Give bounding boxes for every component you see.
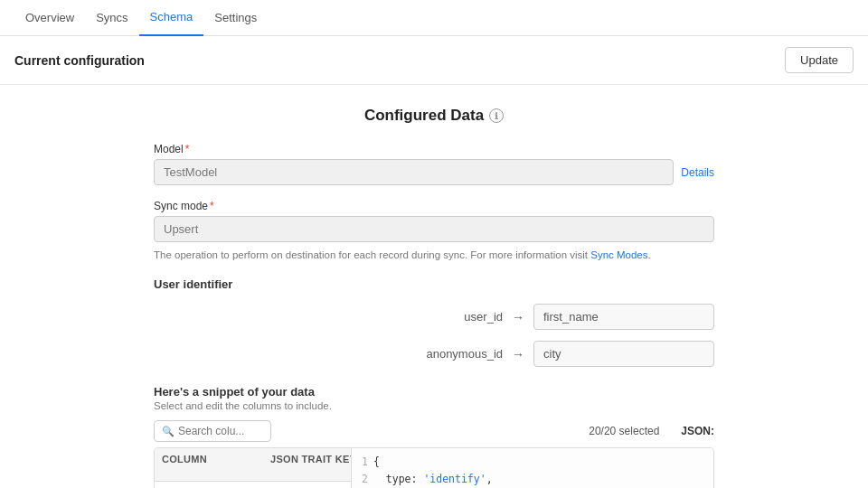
table-cell-jsonkey-0: administrative_unit [263,482,352,488]
table-section: COLUMN JSON TRAIT KEY SAMPLE DATA admini… [155,448,352,488]
user-identifier-title: User identifier [154,277,714,291]
identifier-target-1[interactable] [533,341,714,367]
identifier-target-0[interactable] [533,304,714,330]
nav-overview[interactable]: Overview [14,0,85,36]
table-cell-column-0: administrative_unit [155,482,263,488]
sync-mode-input[interactable] [154,216,714,242]
json-line-2: 2 type: 'identify', [352,471,713,487]
details-link[interactable]: Details [681,166,714,179]
json-line-1: 1 { [352,454,713,470]
sync-description: The operation to perform on destination … [154,248,714,263]
model-label: Model* [154,143,714,155]
sync-modes-link[interactable]: Sync Modes [590,249,647,260]
table-header: COLUMN JSON TRAIT KEY SAMPLE DATA [155,448,351,482]
search-box: 🔍 [154,420,271,442]
col-header-column: COLUMN [155,448,263,481]
model-field-row: Details [154,159,714,185]
json-preview: 1 { 2 type: 'identify', 3 user_id: 'Mich… [352,448,713,488]
arrow-icon-1: → [512,347,524,361]
identifier-row-0: user_id → [154,304,714,330]
nav-schema[interactable]: Schema [139,0,204,36]
identifier-source-1: anonymous_id [426,347,503,361]
model-field-group: Model* Details [154,143,714,185]
user-identifier-section: User identifier user_id → anonymous_id → [154,277,714,367]
sync-mode-field-group: Sync mode* The operation to perform on d… [154,200,714,263]
section-title: Configured Data ℹ [154,107,714,125]
search-input[interactable] [178,425,263,437]
nav-settings[interactable]: Settings [203,0,268,36]
sync-mode-label: Sync mode* [154,200,714,212]
identifier-source-0: user_id [464,310,503,324]
json-label: JSON: [681,425,714,437]
table-row: administrative_unit administrative_unit … [155,482,351,488]
snippet-section: Here's a snippet of your data Select and… [154,385,714,488]
col-header-json-key: JSON TRAIT KEY [263,448,352,481]
info-icon[interactable]: ℹ [489,108,504,123]
nav-syncs[interactable]: Syncs [85,0,138,36]
main-content: Configured Data ℹ Model* Details Sync mo… [0,85,868,488]
top-navigation: Overview Syncs Schema Settings [0,0,868,36]
search-icon: 🔍 [162,426,175,437]
page-title: Current configuration [14,53,145,68]
data-panel: COLUMN JSON TRAIT KEY SAMPLE DATA admini… [154,447,714,488]
model-input[interactable] [154,159,674,185]
arrow-icon-0: → [512,310,524,324]
snippet-subtitle: Select and edit the columns to include. [154,400,714,411]
configured-data-label: Configured Data [364,107,484,125]
toolbar: 🔍 20/20 selected JSON: [154,420,714,442]
page-header: Current configuration Update [0,36,868,85]
snippet-title: Here's a snippet of your data [154,385,714,399]
update-button[interactable]: Update [785,47,854,73]
identifier-row-1: anonymous_id → [154,341,714,367]
selected-count: 20/20 selected [589,425,659,437]
